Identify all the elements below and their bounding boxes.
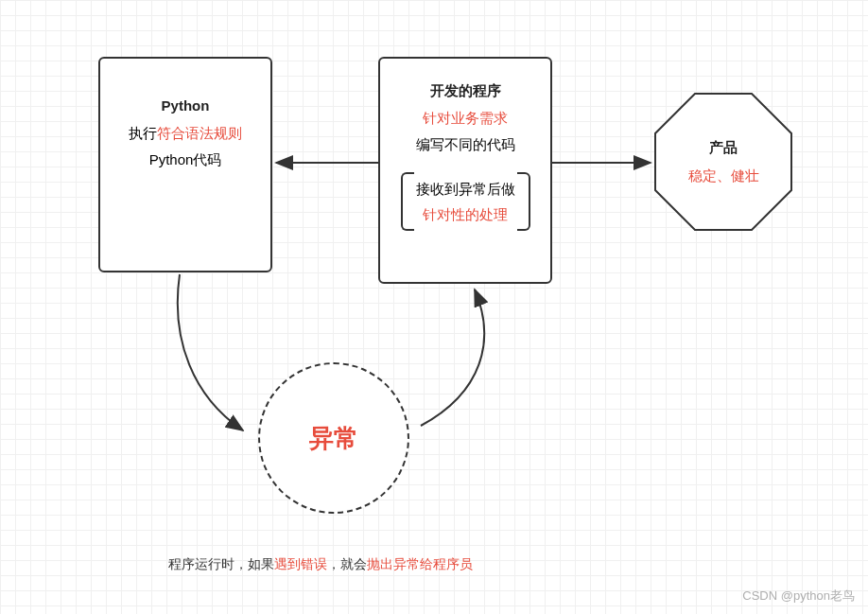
dev-bracket: 接收到异常后做 针对性的处理 <box>407 172 525 231</box>
python-line1: 执行符合语法规则 <box>129 120 242 148</box>
exception-circle: 异常 <box>258 362 409 514</box>
product-title: 产品 <box>709 133 738 162</box>
dev-box: 开发的程序 针对业务需求 编写不同的代码 接收到异常后做 针对性的处理 <box>378 57 552 284</box>
python-box: Python 执行符合语法规则 Python代码 <box>98 57 272 272</box>
python-line2: Python代码 <box>149 147 222 174</box>
watermark: CSDN @python老鸟 <box>742 588 855 605</box>
dev-bracket2: 针对性的处理 <box>416 202 515 227</box>
caption-p1: 程序运行时，如果 <box>168 556 274 571</box>
python-line1a: 执行 <box>129 125 157 141</box>
caption: 程序运行时，如果遇到错误，就会抛出异常给程序员 <box>168 556 473 573</box>
product-octagon: 产品 稳定、健壮 <box>652 91 794 233</box>
dev-sub2: 编写不同的代码 <box>416 132 515 159</box>
dev-title: 开发的程序 <box>430 78 501 105</box>
exception-label: 异常 <box>309 422 358 455</box>
caption-p3: ，就会 <box>327 556 367 571</box>
python-title: Python <box>162 93 210 120</box>
python-line1b: 符合语法规则 <box>157 125 242 141</box>
caption-p4: 抛出异常给程序员 <box>367 556 473 571</box>
dev-bracket1: 接收到异常后做 <box>416 176 515 202</box>
product-sub: 稳定、健壮 <box>688 162 759 190</box>
caption-p2: 遇到错误 <box>274 556 327 571</box>
dev-sub1: 针对业务需求 <box>423 105 508 132</box>
